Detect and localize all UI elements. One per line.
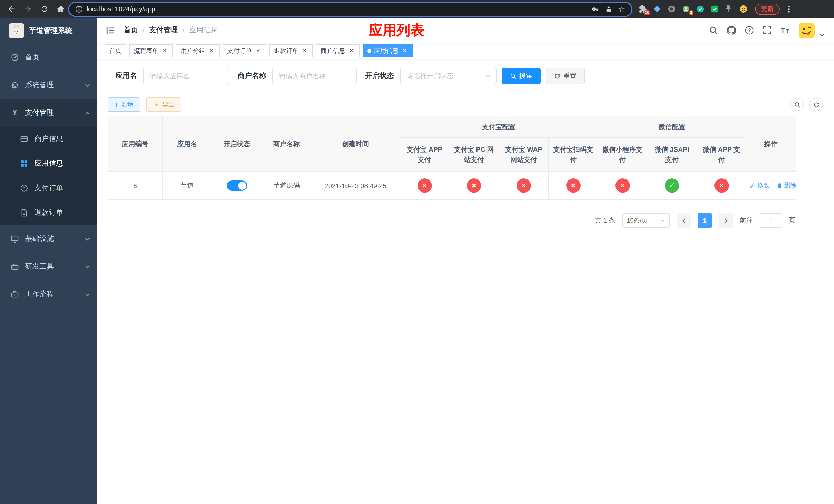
tab-close-icon[interactable]: × — [255, 47, 262, 54]
merchant-name-input[interactable] — [272, 68, 357, 84]
sidebar-item-refund-orders[interactable]: 退款订单 — [0, 201, 97, 225]
ext-gem-icon[interactable] — [653, 5, 662, 13]
sidebar-item-workflow[interactable]: 工作流程 — [0, 280, 97, 308]
sidebar-collapse-icon[interactable] — [106, 25, 115, 35]
sidebar-item-payment[interactable]: ¥ 支付管理 — [0, 99, 97, 127]
password-key-icon[interactable] — [592, 5, 599, 13]
ext-green-square-icon[interactable] — [710, 5, 719, 13]
ext-dark-circle-icon[interactable] — [667, 5, 676, 13]
breadcrumb-payment[interactable]: 支付管理 — [149, 26, 178, 35]
tab-close-icon[interactable]: × — [348, 47, 355, 54]
browser-menu-icon[interactable] — [785, 5, 793, 13]
status-select[interactable]: 请选择开启状态 — [400, 68, 497, 84]
col-app-name: 应用名 — [162, 116, 212, 171]
fullscreen-icon[interactable] — [763, 26, 772, 35]
browser-refresh-button[interactable] — [40, 5, 49, 13]
col-wechat-app: 微信 APP 支付 — [697, 138, 746, 171]
avatar-count-badge: 1 — [689, 10, 694, 15]
status-select-placeholder: 请选择开启状态 — [407, 71, 454, 81]
tab-close-icon[interactable]: × — [401, 47, 408, 54]
tab-refund-orders[interactable]: 退款订单 × — [269, 44, 313, 58]
edit-link[interactable]: 修改 — [749, 181, 769, 190]
tab-close-icon[interactable]: × — [208, 47, 215, 54]
next-page-button[interactable] — [719, 213, 733, 228]
browser-update-button[interactable]: 更新 — [755, 3, 780, 15]
search-button[interactable]: 搜索 — [502, 68, 541, 84]
github-icon[interactable] — [727, 26, 736, 35]
chevron-left-icon — [681, 217, 686, 223]
share-icon[interactable] — [605, 5, 612, 13]
tab-payment-orders[interactable]: 支付订单 × — [223, 44, 266, 58]
download-icon — [153, 101, 159, 108]
avatar-caret-icon[interactable] — [819, 32, 825, 38]
trash-icon — [776, 183, 783, 189]
refresh-icon — [813, 101, 819, 108]
browser-forward-button[interactable] — [24, 5, 32, 13]
app-logo-row[interactable]: 芋道管理系统 — [0, 18, 97, 44]
address-bar[interactable]: localhost:1024/pay/app ☆ — [69, 2, 631, 16]
grid-icon — [20, 159, 29, 168]
tab-app-info[interactable]: 应用信息 × — [363, 44, 413, 58]
ext-avatar-icon[interactable]: 1 — [682, 5, 690, 13]
sidebar-item-label: 支付订单 — [35, 184, 63, 193]
goto-page-input[interactable] — [760, 213, 782, 228]
browser-back-button[interactable] — [7, 5, 16, 13]
help-icon[interactable]: ? — [745, 26, 754, 35]
col-wechat-jsapi: 微信 JSAPI 支付 — [647, 138, 697, 171]
table-tools — [790, 98, 823, 111]
add-button[interactable]: + 新增 — [108, 97, 140, 112]
font-size-icon[interactable]: TT — [781, 26, 790, 35]
app-name-label: 应用名 — [115, 71, 137, 81]
export-button[interactable]: 导出 — [146, 97, 181, 112]
svg-text:?: ? — [748, 27, 751, 33]
cell-actions: 修改 删除 — [746, 171, 796, 200]
sidebar-item-dev-tools[interactable]: 研发工具 — [0, 253, 97, 280]
chevron-down-icon — [85, 292, 90, 297]
tab-user-group[interactable]: 用户分组 × — [176, 44, 220, 58]
breadcrumb-current: 应用信息 — [189, 26, 218, 35]
sidebar-item-payment-orders[interactable]: ¥ 支付订单 — [0, 176, 97, 201]
sidebar-item-app-info[interactable]: 应用信息 — [0, 151, 97, 176]
cell-merchant: 芋道源码 — [262, 171, 311, 200]
delete-link[interactable]: 删除 — [776, 181, 796, 190]
tab-merchant-info[interactable]: 商户信息 × — [316, 44, 359, 58]
dashboard-icon — [10, 53, 20, 62]
sidebar-item-label: 商户信息 — [35, 134, 63, 143]
reset-button[interactable]: 重置 — [546, 68, 585, 84]
table-toolbar: + 新增 导出 — [108, 97, 824, 112]
page-size-select[interactable]: 10条/页 — [622, 213, 670, 228]
sidebar-item-system[interactable]: 系统管理 — [0, 71, 97, 99]
breadcrumb-home[interactable]: 首页 — [124, 26, 138, 35]
sidebar-item-home[interactable]: 首页 — [0, 44, 97, 71]
refresh-table-button[interactable] — [809, 98, 823, 111]
sidebar-item-infrastructure[interactable]: 基础设施 — [0, 225, 97, 253]
col-alipay-app: 支付宝 APP 支付 — [400, 138, 449, 171]
tab-process-form[interactable]: 流程表单 × — [129, 44, 173, 58]
sidebar-item-merchant-info[interactable]: 商户信息 — [0, 127, 97, 151]
site-info-icon[interactable] — [75, 5, 83, 13]
tab-close-icon[interactable]: × — [301, 47, 308, 54]
toggle-search-button[interactable] — [790, 98, 804, 111]
tab-close-icon[interactable]: × — [161, 47, 168, 54]
svg-text:¥: ¥ — [23, 186, 25, 190]
browser-window: localhost:1024/pay/app ☆ 10 — [0, 0, 834, 504]
tabs-bar: 首页 流程表单 × 用户分组 × 支付订单 × 退款订单 × — [97, 43, 834, 60]
tab-home[interactable]: 首页 — [105, 44, 126, 58]
address-bar-actions: ☆ — [592, 5, 625, 13]
current-page-button[interactable]: 1 — [698, 213, 712, 228]
bookmark-star-icon[interactable]: ☆ — [618, 5, 625, 13]
user-avatar[interactable] — [798, 22, 814, 38]
app-name-input[interactable] — [143, 68, 229, 84]
ext-face-icon[interactable] — [739, 5, 748, 13]
wechat-app-pay-status-icon: × — [714, 178, 729, 193]
prev-page-button[interactable] — [677, 213, 691, 228]
ext-check-circle-icon[interactable] — [696, 5, 705, 13]
extensions-puzzle-icon[interactable]: 10 — [639, 5, 647, 13]
app-title: 芋道管理系统 — [29, 26, 72, 36]
header-search-icon[interactable] — [709, 26, 718, 35]
ext-pin-icon[interactable] — [725, 5, 733, 13]
page-content: 应用名 商户名称 开启状态 请选择开启状态 搜索 — [97, 60, 834, 504]
browser-home-button[interactable] — [57, 5, 65, 13]
status-toggle[interactable] — [227, 181, 247, 191]
chevron-down-icon — [485, 73, 491, 79]
